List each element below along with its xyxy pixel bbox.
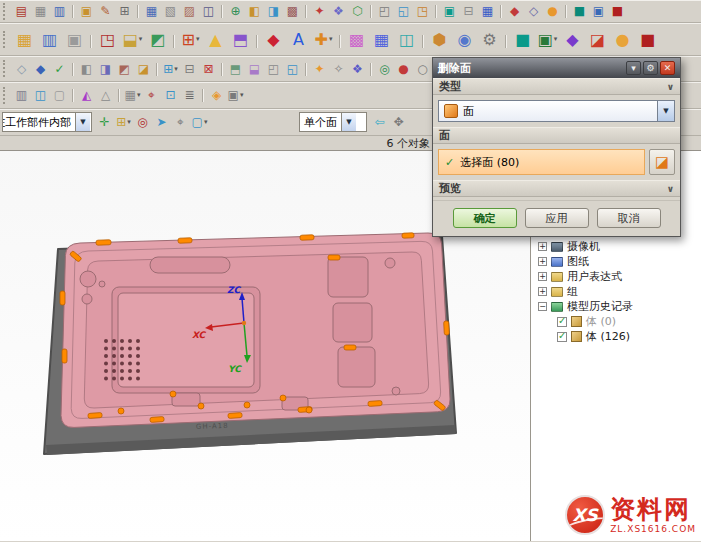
toolbar-icon[interactable]: ◨ (96, 59, 115, 78)
toolbar-icon[interactable]: ▦ (478, 2, 497, 21)
dialog-titlebar[interactable]: 删除面 ▾ ⚙ ✕ (433, 58, 680, 78)
type-combo[interactable]: 面 ▼ (438, 100, 675, 122)
toolbar-icon[interactable]: ⊟ (180, 59, 199, 78)
toolbar-icon[interactable]: ⌖ (142, 86, 161, 105)
toolbar-icon[interactable]: ● (543, 2, 562, 21)
select-face-row[interactable]: ✓ 选择面 (80) (438, 149, 645, 175)
toolbar-icon[interactable]: ▧ (161, 2, 180, 21)
toolbar-icon[interactable]: ▣ (77, 2, 96, 21)
toolbar-icon[interactable]: ■ (608, 2, 627, 21)
toolbar-icon[interactable]: ≣ (180, 86, 199, 105)
toolbar-icon[interactable]: ◩ (115, 59, 134, 78)
toolbar-grip[interactable] (3, 3, 8, 20)
toolbar-icon[interactable]: ⊞ (114, 113, 133, 132)
toolbar-icon[interactable]: ▩ (283, 2, 302, 21)
toolbar-icon[interactable]: ■ (510, 27, 535, 52)
checkbox-checked-icon[interactable] (557, 332, 567, 342)
tree-item-body-0[interactable]: 体 (0) (531, 314, 701, 329)
section-header-preview[interactable]: 预览 ∨ (433, 180, 680, 197)
toolbar-icon[interactable]: ◎ (375, 59, 394, 78)
toolbar-icon[interactable]: ▦ (31, 2, 50, 21)
toolbar-icon[interactable]: ◩ (145, 27, 170, 52)
toolbar-icon[interactable]: ◰ (264, 59, 283, 78)
chevron-down-icon[interactable]: ▼ (657, 101, 674, 121)
toolbar-icon[interactable]: ◆ (31, 59, 50, 78)
toolbar-icon[interactable]: ◈ (207, 86, 226, 105)
dialog-settings-gear-icon[interactable]: ⚙ (643, 61, 658, 75)
section-header-face[interactable]: 面 (433, 127, 680, 144)
cancel-button[interactable]: 取消 (597, 208, 661, 228)
toolbar-icon[interactable]: ▨ (180, 2, 199, 21)
toolbar-icon[interactable]: ▥ (50, 2, 69, 21)
toolbar-icon[interactable]: ▥ (12, 86, 31, 105)
apply-button[interactable]: 应用 (525, 208, 589, 228)
expander-icon[interactable]: + (538, 257, 547, 266)
ok-button[interactable]: 确定 (453, 208, 517, 228)
toolbar-icon[interactable]: ◨ (264, 2, 283, 21)
toolbar-icon[interactable]: △ (96, 86, 115, 105)
tree-item-model-history[interactable]: − 模型历史记录 (531, 299, 701, 314)
toolbar-icon[interactable]: ▣ (589, 2, 608, 21)
tree-item-user-expressions[interactable]: + 用户表达式 (531, 269, 701, 284)
toolbar-icon[interactable]: ✓ (50, 59, 69, 78)
dialog-close-icon[interactable]: ✕ (660, 61, 675, 75)
toolbar-icon[interactable]: ▦ (369, 27, 394, 52)
toolbar-icon[interactable]: ◱ (283, 59, 302, 78)
toolbar-icon[interactable]: ◇ (12, 59, 31, 78)
chevron-down-icon[interactable]: ▼ (75, 113, 90, 131)
toolbar-icon[interactable]: ✚ (311, 27, 336, 52)
face-select-tool-button[interactable]: ◪ (649, 149, 675, 175)
toolbar-icon[interactable]: ◫ (199, 2, 218, 21)
toolbar-icon[interactable]: ◰ (375, 2, 394, 21)
toolbar-icon[interactable]: ✥ (389, 113, 408, 132)
toolbar-icon[interactable]: ✎ (96, 2, 115, 21)
toolbar-icon[interactable]: ⊟ (459, 2, 478, 21)
selection-scope-combo[interactable]: 仅在工作部件内部 ▼ (2, 112, 92, 132)
toolbar-icon[interactable]: ◪ (134, 59, 153, 78)
toolbar-icon[interactable]: ▦ (12, 27, 37, 52)
toolbar-icon[interactable]: ❖ (329, 2, 348, 21)
toolbar-icon[interactable]: ⬒ (228, 27, 253, 52)
expander-icon[interactable]: + (538, 287, 547, 296)
toolbar-icon[interactable]: ■ (635, 27, 660, 52)
toolbar-icon[interactable]: ✛ (95, 113, 114, 132)
tree-item-groups[interactable]: + 组 (531, 284, 701, 299)
expander-icon[interactable]: + (538, 272, 547, 281)
toolbar-icon[interactable]: ⬢ (427, 27, 452, 52)
toolbar-icon[interactable]: ⚙ (477, 27, 502, 52)
toolbar-icon[interactable]: ■ (570, 2, 589, 21)
toolbar-icon[interactable]: ▢ (190, 113, 209, 132)
toolbar-icon[interactable]: ▣ (535, 27, 560, 52)
toolbar-icon[interactable]: ▩ (344, 27, 369, 52)
toolbar-icon[interactable]: ✦ (310, 2, 329, 21)
toolbar-icon[interactable]: ▥ (37, 27, 62, 52)
toolbar-icon[interactable]: ⊞ (178, 27, 203, 52)
toolbar-icon[interactable]: ➤ (152, 113, 171, 132)
toolbar-icon[interactable]: ● (610, 27, 635, 52)
toolbar-grip[interactable] (3, 31, 8, 48)
tree-item-body-126[interactable]: 体 (126) (531, 329, 701, 344)
toolbar-icon[interactable]: ⊞ (161, 59, 180, 78)
toolbar-icon[interactable]: ▣ (62, 27, 87, 52)
toolbar-icon[interactable]: ▣ (226, 86, 245, 105)
expander-icon[interactable]: + (538, 242, 547, 251)
toolbar-icon[interactable]: ⌖ (171, 113, 190, 132)
toolbar-icon[interactable]: ◱ (394, 2, 413, 21)
toolbar-icon[interactable]: ◎ (133, 113, 152, 132)
toolbar-grip[interactable] (3, 87, 8, 104)
tree-item-camera[interactable]: + 摄像机 (531, 239, 701, 254)
toolbar-icon[interactable]: ◆ (560, 27, 585, 52)
toolbar-icon[interactable]: ⬒ (226, 59, 245, 78)
toolbar-icon[interactable]: A (286, 27, 311, 52)
toolbar-icon[interactable]: ⊞ (115, 2, 134, 21)
toolbar-icon[interactable]: ◉ (452, 27, 477, 52)
toolbar-icon[interactable]: ◇ (524, 2, 543, 21)
toolbar-icon[interactable]: ◧ (77, 59, 96, 78)
toolbar-icon[interactable]: ⊕ (226, 2, 245, 21)
toolbar-icon[interactable]: ● (394, 59, 413, 78)
toolbar-icon[interactable]: ▦ (142, 2, 161, 21)
toolbar-icon[interactable]: ◆ (261, 27, 286, 52)
chevron-down-icon[interactable]: ▼ (341, 113, 356, 131)
toolbar-icon[interactable]: ⬓ (245, 59, 264, 78)
tree-item-drawing[interactable]: + 图纸 (531, 254, 701, 269)
